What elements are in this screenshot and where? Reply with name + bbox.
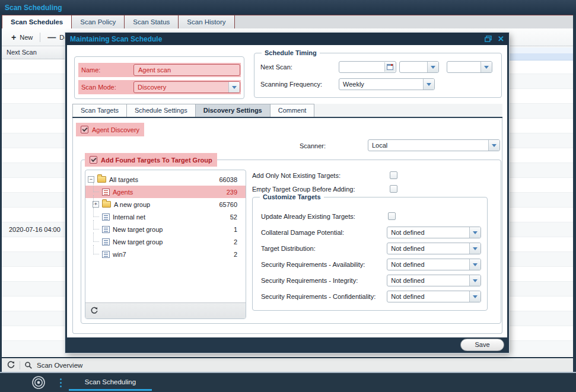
expand-icon[interactable]: + [93, 201, 99, 208]
tab-scan-status[interactable]: Scan Status [125, 15, 179, 28]
tree-rows: −All targets66038Agents239+A new group65… [85, 170, 246, 302]
target-group-icon [102, 226, 110, 233]
grid-selected-row[interactable] [508, 53, 573, 60]
tab-scan-history[interactable]: Scan History [179, 15, 234, 28]
chevron-down-icon [228, 82, 240, 93]
tree-item-win7[interactable]: win72 [85, 248, 246, 260]
chevron-down-icon [488, 140, 499, 151]
refresh-icon[interactable] [7, 361, 15, 369]
customize-label: Update Already Existing Targets: [261, 213, 388, 220]
empty-target-group-before-adding--checkbox[interactable] [390, 185, 397, 193]
tree-item-count: 52 [230, 213, 237, 221]
collapse-icon[interactable]: − [88, 176, 94, 183]
scanning-frequency-label: Scanning Frequency: [260, 81, 322, 88]
dialog-tab-scan-targets[interactable]: Scan Targets [72, 104, 127, 117]
bullseye-icon[interactable] [31, 375, 46, 390]
next-scan-label: Next Scan: [260, 63, 292, 71]
security-requirements-availability--select[interactable]: Not defined [387, 259, 481, 270]
statusbar-divider [20, 361, 20, 369]
tree-item-count: 239 [227, 189, 237, 196]
agent-discovery-option[interactable]: Agent Discovery [76, 123, 144, 136]
chevron-down-icon [469, 291, 480, 302]
new-button[interactable]: + New [7, 31, 37, 44]
security-requirements-confidentiality--select[interactable]: Not defined [387, 291, 481, 302]
chevron-down-icon [469, 243, 480, 254]
application-window: Scan Scheduling Scan SchedulesScan Polic… [0, 0, 576, 392]
scanner-value: Local [368, 140, 499, 151]
tree-item-all-targets[interactable]: −All targets66038 [85, 173, 246, 186]
drag-handle-dots[interactable] [60, 378, 62, 387]
task-tab-active-indicator [69, 389, 152, 391]
tab-scan-policy[interactable]: Scan Policy [72, 15, 125, 28]
next-scan-hour-select[interactable] [399, 61, 439, 73]
scanning-frequency-value: Weekly [339, 79, 434, 90]
maintaining-scan-schedule-dialog: Maintaining Scan Schedule ✕ Name: Agent … [65, 33, 509, 353]
customize-row-security-requirements-availability-: Security Requirements - Availability:Not… [261, 256, 481, 272]
task-tab-scan-scheduling[interactable]: Scan Scheduling [69, 378, 152, 387]
next-scan-date-input[interactable] [339, 61, 396, 73]
customize-label: Collateral Damage Potential: [261, 229, 387, 236]
chevron-down-icon [469, 227, 480, 238]
main-tabstrip: Scan SchedulesScan PolicyScan StatusScan… [2, 15, 573, 28]
restore-icon[interactable] [485, 36, 492, 42]
tree-footer [85, 302, 246, 318]
target-distribution--select[interactable]: Not defined [387, 243, 481, 254]
folder-icon [97, 176, 106, 183]
add-found-targets-option[interactable]: Add Found Targets To Target Group [85, 153, 217, 167]
window-titlebar: Scan Scheduling [0, 0, 576, 15]
scanning-frequency-select[interactable]: Weekly [339, 78, 435, 90]
name-input[interactable]: Agent scan [133, 64, 240, 76]
name-field-row: Name: Agent scan [78, 63, 241, 77]
add-found-targets-legend: Add Found Targets To Target Group [101, 157, 212, 164]
refresh-icon[interactable] [90, 307, 98, 315]
tree-item-agents[interactable]: Agents239 [85, 186, 246, 198]
security-requirements-integrity--select-value: Not defined [387, 275, 480, 286]
collateral-damage-potential--select-value: Not defined [387, 227, 480, 238]
target-group-options: Add Only Not Existing Targets:Empty Targ… [252, 168, 492, 196]
customize-targets-legend: Customize Targets [260, 193, 324, 201]
next-scan-minute-select[interactable] [447, 61, 492, 73]
scan-mode-value: Discovery [134, 82, 240, 93]
grid-selected-row-top[interactable] [508, 47, 573, 53]
customize-rows: Update Already Existing Targets:Collater… [261, 208, 481, 304]
tree-item-new-target-group[interactable]: New target group2 [85, 235, 246, 248]
name-label: Name: [78, 66, 100, 74]
close-icon[interactable]: ✕ [498, 35, 504, 43]
scanner-select[interactable]: Local [368, 139, 500, 151]
tree-item-internal-net[interactable]: Internal net52 [85, 211, 246, 223]
agent-discovery-label: Agent Discovery [92, 126, 139, 133]
calendar-icon[interactable] [384, 62, 395, 72]
save-button[interactable]: Save [460, 339, 504, 351]
search-icon[interactable] [24, 361, 33, 369]
tree-item-count: 66038 [219, 176, 237, 183]
dialog-tab-schedule-settings[interactable]: Schedule Settings [127, 104, 196, 117]
tab-scan-schedules[interactable]: Scan Schedules [2, 15, 72, 28]
schedule-timing-legend: Schedule Timing [262, 49, 320, 57]
add-only-not-existing-targets--checkbox[interactable] [390, 171, 397, 179]
tree-item-count: 1 [234, 226, 237, 233]
tree-item-new-target-group[interactable]: New target group1 [85, 223, 246, 235]
customize-label: Target Distribution: [261, 245, 387, 252]
customize-label: Security Requirements - Integrity: [261, 277, 387, 284]
add-found-targets-checkbox[interactable] [90, 156, 97, 164]
customize-row-security-requirements-integrity-: Security Requirements - Integrity:Not de… [261, 272, 481, 288]
dialog-tab-discovery-settings[interactable]: Discovery Settings [196, 104, 271, 117]
tree-item-count: 2 [234, 238, 237, 246]
chevron-down-icon [427, 62, 438, 72]
target-distribution--select-value: Not defined [387, 243, 480, 254]
dialog-body: Name: Agent scan Scan Mode: Discovery Sc… [67, 45, 507, 337]
option-label: Empty Target Group Before Adding: [252, 186, 390, 193]
agent-discovery-checkbox[interactable] [81, 126, 88, 133]
search-scope-label[interactable]: Scan Overview [37, 362, 82, 369]
security-requirements-integrity--select[interactable]: Not defined [387, 275, 481, 286]
dialog-tab-comment[interactable]: Comment [271, 104, 315, 117]
tree-item-count: 2 [234, 251, 237, 258]
update-already-existing-targets--checkbox[interactable] [388, 212, 396, 220]
customize-row-security-requirements-confidentiality-: Security Requirements - Confidentiality:… [261, 288, 481, 304]
dialog-titlebar[interactable]: Maintaining Scan Schedule ✕ [65, 33, 509, 45]
collateral-damage-potential--select[interactable]: Not defined [387, 227, 481, 238]
tree-item-a-new-group[interactable]: +A new group65760 [85, 198, 246, 211]
scan-mode-select[interactable]: Discovery [133, 81, 240, 93]
chevron-down-icon [469, 275, 480, 286]
task-tab-label: Scan Scheduling [85, 378, 136, 385]
